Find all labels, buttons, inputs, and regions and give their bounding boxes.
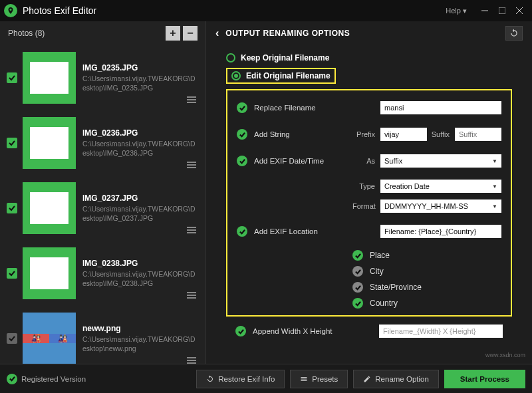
item-menu-icon[interactable] <box>187 356 196 364</box>
thumbnail <box>23 117 76 169</box>
item-checkbox[interactable] <box>7 333 17 344</box>
file-name: IMG_0235.JPG <box>82 63 199 72</box>
svg-rect-11 <box>187 229 196 231</box>
svg-rect-16 <box>187 357 196 358</box>
item-menu-icon[interactable] <box>187 96 196 105</box>
prefix-input[interactable] <box>380 128 427 141</box>
close-button[interactable] <box>511 0 528 21</box>
list-item[interactable]: 🎎🎎 neww.pngC:\Users\mansi.vijay.TWEAKORG… <box>0 306 205 364</box>
radio-keep-original[interactable]: Keep Original Filename <box>226 53 512 63</box>
item-menu-icon[interactable] <box>187 226 196 235</box>
help-menu[interactable]: Help ▾ <box>446 7 467 15</box>
sidebar-header: Photos (8) + − <box>0 21 205 45</box>
check-icon[interactable] <box>237 102 247 113</box>
photo-list[interactable]: IMG_0235.JPGC:\Users\mansi.vijay.TWEAKOR… <box>0 45 205 364</box>
item-checkbox[interactable] <box>7 268 17 279</box>
location-template-input[interactable] <box>380 225 501 238</box>
file-path: C:\Users\mansi.vijay.TWEAKORG\Desktop\IM… <box>82 74 199 92</box>
svg-rect-4 <box>187 96 196 98</box>
file-path: C:\Users\mansi.vijay.TWEAKORG\Desktop\IM… <box>82 205 199 223</box>
svg-rect-7 <box>187 162 196 163</box>
svg-rect-14 <box>187 295 196 296</box>
item-menu-icon[interactable] <box>187 291 196 301</box>
row-append-dimensions: Append Width X Height <box>226 323 512 339</box>
footer: Registered Version Restore Exif Info Pre… <box>0 364 532 393</box>
list-item[interactable]: IMG_0238.JPGC:\Users\mansi.vijay.TWEAKOR… <box>0 241 205 306</box>
svg-rect-18 <box>187 362 196 364</box>
watermark: www.xsdn.com <box>485 352 525 358</box>
file-path: C:\Users\mansi.vijay.TWEAKORG\Desktop\IM… <box>82 140 199 158</box>
svg-rect-6 <box>187 102 196 103</box>
row-datetime-format: Format DDMMYYYY_HH-MM-SS▼ <box>237 199 501 213</box>
row-add-location: Add EXIF Location <box>237 223 501 239</box>
file-name: IMG_0236.JPG <box>82 128 199 138</box>
datetime-as-select[interactable]: Suffix▼ <box>380 154 501 168</box>
row-datetime-type: Type Creation Date▼ <box>237 180 501 193</box>
list-item[interactable]: IMG_0237.JPGC:\Users\mansi.vijay.TWEAKOR… <box>0 176 205 241</box>
restore-exif-button[interactable]: Restore Exif Info <box>196 370 285 388</box>
thumbnail <box>23 247 76 299</box>
item-checkbox[interactable] <box>7 72 17 83</box>
radio-edit-original[interactable]: Edit Original Filename <box>226 68 336 84</box>
thumbnail <box>23 182 76 234</box>
back-button[interactable]: ‹ <box>215 27 219 39</box>
thumbnail: 🎎🎎 <box>23 313 76 364</box>
svg-rect-5 <box>187 99 196 100</box>
main-panel: ‹ OUTPUT RENAMING OPTIONS Keep Original … <box>206 21 532 364</box>
file-path: C:\Users\mansi.vijay.TWEAKORG\Desktop\ne… <box>82 335 199 353</box>
list-item[interactable]: IMG_0235.JPGC:\Users\mansi.vijay.TWEAKOR… <box>0 45 205 110</box>
registered-status: Registered Version <box>7 374 191 384</box>
check-icon[interactable] <box>237 129 247 140</box>
svg-rect-1 <box>499 7 505 14</box>
edit-options-box: Replace Filename Add String Prefix Suffi… <box>226 89 512 317</box>
append-template-input[interactable] <box>379 325 503 338</box>
svg-rect-13 <box>187 292 196 293</box>
rename-option-button[interactable]: Rename Option <box>353 370 439 388</box>
radio-icon <box>226 53 235 63</box>
list-item[interactable]: IMG_0236.JPGC:\Users\mansi.vijay.TWEAKOR… <box>0 110 205 176</box>
check-icon[interactable] <box>237 156 247 166</box>
check-icon <box>352 298 363 309</box>
thumbnail <box>23 52 76 104</box>
item-checkbox[interactable] <box>7 138 17 148</box>
datetime-format-select[interactable]: DDMMYYYY_HH-MM-SS▼ <box>380 199 501 213</box>
maximize-button[interactable] <box>493 0 511 21</box>
svg-rect-9 <box>187 167 196 168</box>
check-icon[interactable] <box>237 226 247 237</box>
check-icon <box>7 374 17 384</box>
minimize-button[interactable] <box>476 0 493 21</box>
datetime-type-select[interactable]: Creation Date▼ <box>380 180 501 193</box>
title-bar: Photos Exif Editor Help ▾ <box>0 0 532 21</box>
replace-filename-input[interactable] <box>380 101 501 114</box>
add-photo-button[interactable]: + <box>166 26 180 41</box>
start-process-button[interactable]: Start Process <box>444 370 525 388</box>
check-icon <box>352 266 363 277</box>
row-add-string: Add String Prefix Suffix <box>237 126 501 142</box>
row-replace-filename: Replace Filename <box>237 100 501 116</box>
row-add-datetime: Add EXIF Date/Time As Suffix▼ <box>237 153 501 169</box>
file-name: IMG_0238.JPG <box>82 259 199 268</box>
location-opt-city[interactable]: City <box>237 266 501 277</box>
location-opt-state[interactable]: State/Province <box>237 282 501 293</box>
app-title: Photos Exif Editor <box>23 5 446 16</box>
svg-rect-8 <box>187 164 196 166</box>
file-name: neww.png <box>82 324 199 333</box>
item-checkbox[interactable] <box>7 203 17 213</box>
photos-count: Photos (8) <box>8 29 163 38</box>
main-header: ‹ OUTPUT RENAMING OPTIONS <box>206 21 532 45</box>
radio-icon <box>231 71 241 80</box>
location-opt-country[interactable]: Country <box>237 298 501 309</box>
check-icon <box>352 250 363 261</box>
svg-rect-17 <box>187 360 196 361</box>
svg-rect-15 <box>187 297 196 299</box>
remove-photo-button[interactable]: − <box>183 26 198 41</box>
app-logo <box>4 4 17 17</box>
check-icon[interactable] <box>235 326 246 336</box>
reset-button[interactable] <box>505 26 523 41</box>
suffix-input[interactable] <box>455 128 501 141</box>
item-menu-icon[interactable] <box>187 161 196 170</box>
location-opt-place[interactable]: Place <box>237 250 501 261</box>
presets-button[interactable]: Presets <box>290 370 348 388</box>
options-content: Keep Original Filename Edit Original Fil… <box>206 45 532 364</box>
sidebar: Photos (8) + − IMG_0235.JPGC:\Users\mans… <box>0 21 206 364</box>
